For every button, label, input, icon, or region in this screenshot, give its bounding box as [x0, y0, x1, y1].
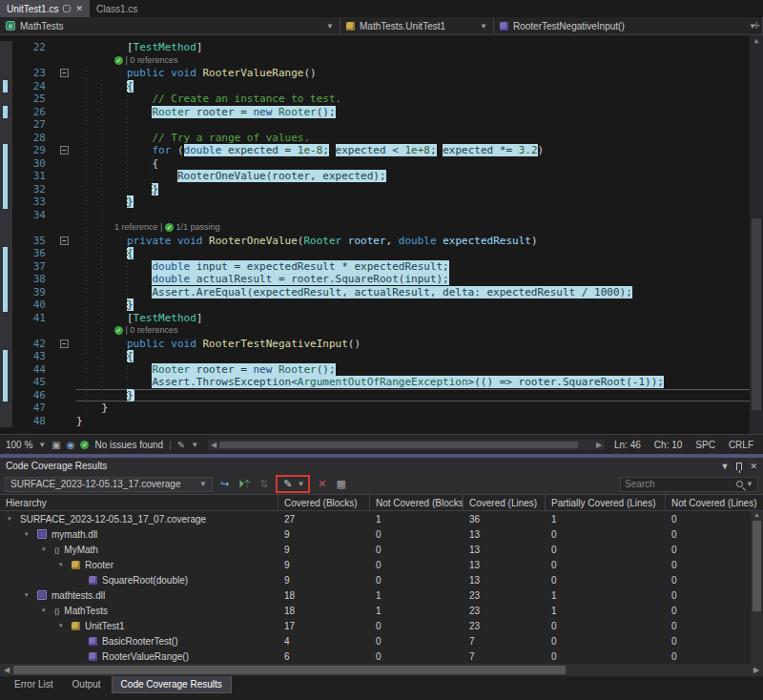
coverage-file-dropdown[interactable]: SURFACE_2023-12-05.13_17.coverage ▼ — [5, 477, 213, 492]
code-editor[interactable]: 22[TestMethod]✓ | 0 references23−public … — [0, 35, 763, 434]
fold-margin — [54, 350, 76, 363]
table-row[interactable]: ▾SURFACE_2023-12-05.13_17_07.coverage271… — [0, 511, 763, 526]
scroll-left-icon[interactable]: ◀ — [0, 666, 13, 674]
scroll-up-icon[interactable]: ▲ — [750, 36, 763, 45]
collapse-region-icon[interactable]: − — [60, 237, 69, 245]
window-menu-icon[interactable]: ▼ — [721, 462, 730, 471]
editor-horizontal-scrollbar[interactable]: ◀ ▶ — [208, 440, 605, 450]
column-not-covered-lines[interactable]: Not Covered (Lines) — [666, 495, 763, 510]
cell-value: 0 — [546, 529, 666, 540]
frame-icon[interactable]: ▣ — [52, 440, 60, 450]
chevron-down-icon[interactable]: ▼ — [38, 441, 46, 449]
scroll-right-icon[interactable]: ▶ — [750, 666, 763, 674]
codelens-indicator[interactable]: ✓ | 0 references — [76, 54, 750, 68]
fold-margin — [54, 118, 76, 132]
chevron-down-icon: ▼ — [480, 22, 487, 31]
tool-tab-error-list[interactable]: Error List — [6, 676, 62, 692]
codelens-indicator[interactable]: ✓ | 0 references — [76, 324, 750, 338]
table-row[interactable]: BasicRooterTest()40700 — [0, 633, 763, 649]
expand-arrow-icon[interactable]: ▾ — [25, 530, 32, 538]
health-message[interactable]: No issues found — [94, 440, 163, 450]
tool-tab-code-coverage-results[interactable]: Code Coverage Results — [112, 676, 232, 693]
show-coverage-coloring-icon[interactable]: ✎ — [281, 478, 294, 490]
collapse-region-icon[interactable]: − — [60, 69, 69, 77]
scrollbar-thumb[interactable] — [219, 442, 578, 448]
scroll-left-icon[interactable]: ◀ — [208, 441, 219, 449]
expand-arrow-icon[interactable]: ▾ — [42, 546, 50, 553]
code-cleanup-icon[interactable]: ✎ — [177, 440, 185, 450]
cell-value: 27 — [278, 514, 370, 525]
expand-arrow-icon[interactable]: ▾ — [59, 622, 67, 629]
column-covered-blocks[interactable]: Covered (Blocks) — [278, 495, 370, 510]
collapse-region-icon[interactable]: − — [60, 146, 69, 154]
expand-arrow-icon[interactable]: ▾ — [25, 591, 32, 599]
column-partially-covered-lines[interactable]: Partially Covered (Lines) — [546, 495, 666, 510]
collapse-region-icon[interactable]: − — [60, 340, 69, 348]
column-covered-lines[interactable]: Covered (Lines) — [464, 495, 546, 510]
scrollbar-thumb[interactable] — [753, 521, 761, 611]
code-line: 35−private void RooterOneValue(Rooter ro… — [0, 235, 750, 248]
import-results-icon[interactable]: ↪ — [218, 478, 231, 490]
table-row[interactable]: SquareRoot(double)901300 — [0, 572, 763, 587]
table-row[interactable]: ▾{}MathTests1812310 — [0, 603, 763, 618]
pin-icon[interactable] — [736, 463, 742, 470]
search-input[interactable] — [625, 479, 736, 489]
scroll-right-icon[interactable]: ▶ — [593, 441, 605, 449]
table-row[interactable]: ▾{}MyMath901300 — [0, 542, 763, 557]
search-icon[interactable] — [736, 481, 743, 487]
editor-vertical-scrollbar[interactable]: ▲ — [750, 35, 763, 434]
chevron-down-icon[interactable]: ▼ — [191, 441, 198, 449]
tool-tab-output[interactable]: Output — [64, 676, 110, 692]
code-line: 44Rooter rooter = new Rooter(); — [0, 363, 750, 377]
remove-result-icon[interactable]: ✕ — [316, 478, 328, 490]
close-icon[interactable]: ✕ — [750, 462, 757, 471]
close-icon[interactable]: ✕ — [75, 4, 83, 13]
export-results-icon[interactable]: ⏵⇡ — [237, 478, 252, 490]
scrollbar-track[interactable] — [13, 664, 750, 676]
line-indicator: Ln: 46 — [614, 440, 641, 450]
table-row[interactable]: ▾mathtests.dll1812310 — [0, 587, 763, 603]
table-row[interactable]: ▾UnitTest11702300 — [0, 618, 763, 633]
table-row[interactable]: ▾mymath.dll901300 — [0, 526, 763, 542]
scrollbar-track[interactable] — [219, 441, 593, 449]
column-hierarchy[interactable]: Hierarchy — [0, 495, 278, 510]
codelens-indicator[interactable]: 1 reference | ✓ 1/1 passing — [76, 221, 750, 235]
tab-unittest1[interactable]: UnitTest1.cs ✕ — [0, 0, 90, 17]
spaces-indicator[interactable]: SPC — [695, 440, 715, 450]
chevron-down-icon[interactable]: ▼ — [297, 480, 304, 488]
tab-class1[interactable]: Class1.cs — [90, 0, 144, 17]
coverage-margin — [0, 41, 12, 54]
expand-arrow-icon[interactable]: ▾ — [8, 515, 15, 523]
fold-margin — [54, 221, 76, 235]
table-row[interactable]: ▾Rooter901300 — [0, 557, 763, 572]
expand-arrow-icon[interactable]: ▾ — [59, 561, 67, 568]
table-vertical-scrollbar[interactable]: ▲ — [751, 511, 763, 664]
zoom-level[interactable]: 100 % — [6, 440, 32, 450]
search-box[interactable]: ▼ — [620, 477, 758, 492]
member-dropdown[interactable]: RooterTestNegativeInput() ▼ ✛ — [494, 17, 763, 34]
code-line: 26Rooter rooter = new Rooter(); — [0, 106, 750, 119]
column-not-covered-blocks[interactable]: Not Covered (Blocks) — [370, 495, 464, 510]
row-label: mymath.dll — [52, 529, 97, 540]
project-dropdown[interactable]: # MathTests ▼ — [0, 17, 340, 34]
scrollbar-thumb[interactable] — [752, 218, 761, 410]
configure-columns-icon[interactable]: ▦ — [335, 478, 348, 490]
type-dropdown[interactable]: MathTests.UnitTest1 ▼ — [340, 17, 494, 34]
lightbulb-icon[interactable]: ◉ — [67, 440, 75, 450]
cell-value: 0 — [546, 560, 666, 570]
scroll-up-icon[interactable]: ▲ — [751, 511, 763, 518]
chevron-down-icon: ▼ — [199, 480, 207, 488]
expand-arrow-icon[interactable]: ▾ — [42, 607, 50, 614]
cell-value: 1 — [546, 590, 666, 601]
coverage-margin — [0, 338, 12, 351]
fold-margin — [54, 415, 76, 428]
document-tab-bar: UnitTest1.cs ✕ Class1.cs — [0, 0, 763, 17]
line-number: 44 — [12, 363, 54, 377]
eol-indicator[interactable]: CRLF — [729, 440, 753, 450]
table-horizontal-scrollbar[interactable]: ◀ ▶ — [0, 664, 763, 676]
cell-value: 18 — [278, 590, 370, 601]
split-editor-icon[interactable]: ✛ — [753, 21, 760, 31]
table-row[interactable]: RooterValueRange()60700 — [0, 649, 763, 664]
chevron-down-icon[interactable]: ▼ — [746, 480, 753, 488]
scrollbar-thumb[interactable] — [13, 666, 566, 674]
